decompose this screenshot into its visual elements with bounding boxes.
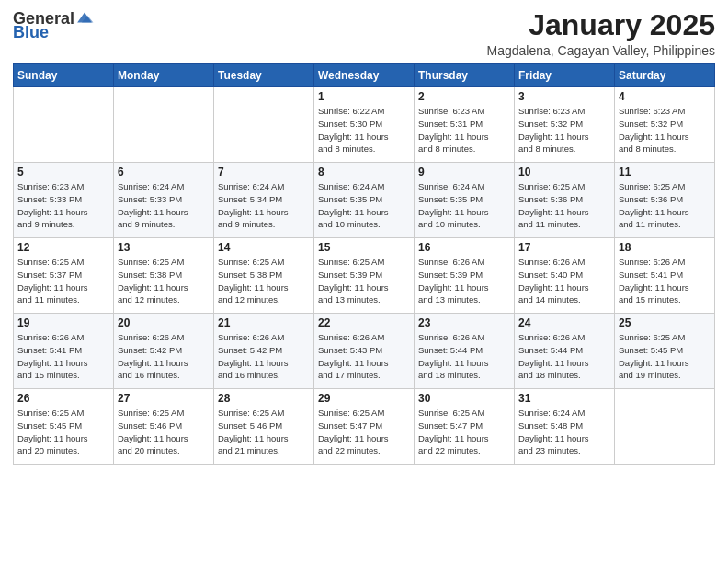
day-info: Sunrise: 6:25 AM Sunset: 5:47 PM Dayligh…	[318, 407, 410, 457]
day-number: 30	[418, 392, 510, 405]
calendar-cell: 10Sunrise: 6:25 AM Sunset: 5:36 PM Dayli…	[515, 163, 615, 238]
header: General Blue January 2025 Magdalena, Cag…	[13, 9, 715, 58]
day-info: Sunrise: 6:24 AM Sunset: 5:34 PM Dayligh…	[218, 180, 310, 231]
day-info: Sunrise: 6:26 AM Sunset: 5:40 PM Dayligh…	[518, 256, 610, 306]
page-container: General Blue January 2025 Magdalena, Cag…	[0, 0, 728, 472]
day-info: Sunrise: 6:25 AM Sunset: 5:45 PM Dayligh…	[17, 407, 109, 457]
weekday-header-row: SundayMondayTuesdayWednesdayThursdayFrid…	[14, 64, 715, 87]
calendar-cell: 16Sunrise: 6:26 AM Sunset: 5:39 PM Dayli…	[415, 238, 515, 314]
calendar-cell: 2Sunrise: 6:23 AM Sunset: 5:31 PM Daylig…	[415, 87, 515, 163]
week-row-1: 1Sunrise: 6:22 AM Sunset: 5:30 PM Daylig…	[14, 87, 715, 163]
day-number: 10	[518, 166, 610, 178]
calendar-cell	[14, 87, 114, 163]
day-info: Sunrise: 6:24 AM Sunset: 5:48 PM Dayligh…	[518, 407, 610, 457]
day-number: 12	[17, 241, 109, 254]
day-info: Sunrise: 6:26 AM Sunset: 5:42 PM Dayligh…	[218, 331, 310, 382]
day-number: 25	[619, 316, 711, 329]
calendar-cell: 6Sunrise: 6:24 AM Sunset: 5:33 PM Daylig…	[114, 163, 214, 238]
calendar-cell: 8Sunrise: 6:24 AM Sunset: 5:35 PM Daylig…	[314, 163, 415, 238]
calendar-cell: 29Sunrise: 6:25 AM Sunset: 5:47 PM Dayli…	[314, 389, 415, 465]
calendar-cell: 25Sunrise: 6:25 AM Sunset: 5:45 PM Dayli…	[615, 314, 715, 389]
day-info: Sunrise: 6:23 AM Sunset: 5:33 PM Dayligh…	[17, 180, 109, 231]
day-number: 20	[118, 316, 210, 329]
calendar-cell: 1Sunrise: 6:22 AM Sunset: 5:30 PM Daylig…	[314, 87, 415, 163]
day-info: Sunrise: 6:24 AM Sunset: 5:35 PM Dayligh…	[318, 180, 410, 231]
logo: General Blue	[13, 9, 95, 40]
calendar-cell: 15Sunrise: 6:25 AM Sunset: 5:39 PM Dayli…	[314, 238, 415, 314]
day-info: Sunrise: 6:26 AM Sunset: 5:39 PM Dayligh…	[418, 256, 510, 306]
title-block: January 2025 Magdalena, Cagayan Valley, …	[486, 9, 715, 58]
day-info: Sunrise: 6:25 AM Sunset: 5:46 PM Dayligh…	[118, 407, 210, 457]
calendar-cell: 20Sunrise: 6:26 AM Sunset: 5:42 PM Dayli…	[114, 314, 214, 389]
day-info: Sunrise: 6:25 AM Sunset: 5:46 PM Dayligh…	[218, 407, 310, 457]
calendar-cell: 5Sunrise: 6:23 AM Sunset: 5:33 PM Daylig…	[14, 163, 114, 238]
day-info: Sunrise: 6:26 AM Sunset: 5:41 PM Dayligh…	[17, 331, 109, 382]
day-number: 3	[518, 90, 610, 103]
day-number: 22	[318, 316, 410, 329]
calendar-cell: 17Sunrise: 6:26 AM Sunset: 5:40 PM Dayli…	[515, 238, 615, 314]
calendar-cell: 21Sunrise: 6:26 AM Sunset: 5:42 PM Dayli…	[214, 314, 314, 389]
day-number: 21	[218, 316, 310, 329]
day-number: 7	[218, 166, 310, 178]
week-row-3: 12Sunrise: 6:25 AM Sunset: 5:37 PM Dayli…	[14, 238, 715, 314]
day-number: 26	[17, 392, 109, 405]
calendar-table: SundayMondayTuesdayWednesdayThursdayFrid…	[13, 63, 715, 465]
calendar-cell: 4Sunrise: 6:23 AM Sunset: 5:32 PM Daylig…	[615, 87, 715, 163]
day-number: 17	[518, 241, 610, 254]
calendar-cell: 18Sunrise: 6:26 AM Sunset: 5:41 PM Dayli…	[615, 238, 715, 314]
calendar-cell: 9Sunrise: 6:24 AM Sunset: 5:35 PM Daylig…	[415, 163, 515, 238]
day-number: 16	[418, 241, 510, 254]
calendar-cell: 28Sunrise: 6:25 AM Sunset: 5:46 PM Dayli…	[214, 389, 314, 465]
day-number: 31	[518, 392, 610, 405]
subtitle: Magdalena, Cagayan Valley, Philippines	[486, 43, 715, 58]
day-number: 4	[619, 90, 711, 103]
day-number: 28	[218, 392, 310, 405]
day-number: 9	[418, 166, 510, 178]
day-info: Sunrise: 6:25 AM Sunset: 5:47 PM Dayligh…	[418, 407, 510, 457]
day-info: Sunrise: 6:23 AM Sunset: 5:32 PM Dayligh…	[518, 105, 610, 155]
calendar-cell: 19Sunrise: 6:26 AM Sunset: 5:41 PM Dayli…	[14, 314, 114, 389]
day-info: Sunrise: 6:25 AM Sunset: 5:36 PM Dayligh…	[619, 180, 711, 231]
week-row-5: 26Sunrise: 6:25 AM Sunset: 5:45 PM Dayli…	[14, 389, 715, 465]
weekday-header-tuesday: Tuesday	[214, 64, 314, 87]
day-number: 15	[318, 241, 410, 254]
day-info: Sunrise: 6:25 AM Sunset: 5:38 PM Dayligh…	[218, 256, 310, 306]
calendar-cell: 27Sunrise: 6:25 AM Sunset: 5:46 PM Dayli…	[114, 389, 214, 465]
calendar-cell: 14Sunrise: 6:25 AM Sunset: 5:38 PM Dayli…	[214, 238, 314, 314]
calendar-cell: 26Sunrise: 6:25 AM Sunset: 5:45 PM Dayli…	[14, 389, 114, 465]
day-number: 2	[418, 90, 510, 103]
day-info: Sunrise: 6:24 AM Sunset: 5:35 PM Dayligh…	[418, 180, 510, 231]
calendar-cell: 13Sunrise: 6:25 AM Sunset: 5:38 PM Dayli…	[114, 238, 214, 314]
day-info: Sunrise: 6:25 AM Sunset: 5:38 PM Dayligh…	[118, 256, 210, 306]
day-number: 23	[418, 316, 510, 329]
calendar-cell: 31Sunrise: 6:24 AM Sunset: 5:48 PM Dayli…	[515, 389, 615, 465]
weekday-header-sunday: Sunday	[14, 64, 114, 87]
calendar-cell: 11Sunrise: 6:25 AM Sunset: 5:36 PM Dayli…	[615, 163, 715, 238]
day-info: Sunrise: 6:25 AM Sunset: 5:45 PM Dayligh…	[619, 331, 711, 382]
week-row-4: 19Sunrise: 6:26 AM Sunset: 5:41 PM Dayli…	[14, 314, 715, 389]
day-info: Sunrise: 6:24 AM Sunset: 5:33 PM Dayligh…	[118, 180, 210, 231]
calendar-cell	[214, 87, 314, 163]
day-number: 29	[318, 392, 410, 405]
day-info: Sunrise: 6:26 AM Sunset: 5:42 PM Dayligh…	[118, 331, 210, 382]
day-number: 8	[318, 166, 410, 178]
calendar-cell: 23Sunrise: 6:26 AM Sunset: 5:44 PM Dayli…	[415, 314, 515, 389]
day-info: Sunrise: 6:26 AM Sunset: 5:44 PM Dayligh…	[518, 331, 610, 382]
day-number: 11	[619, 166, 711, 178]
calendar-cell	[615, 389, 715, 465]
day-info: Sunrise: 6:25 AM Sunset: 5:39 PM Dayligh…	[318, 256, 410, 306]
weekday-header-thursday: Thursday	[415, 64, 515, 87]
weekday-header-wednesday: Wednesday	[314, 64, 415, 87]
logo-blue-text: Blue	[13, 24, 49, 40]
day-number: 1	[318, 90, 410, 103]
day-number: 5	[17, 166, 109, 178]
day-info: Sunrise: 6:22 AM Sunset: 5:30 PM Dayligh…	[318, 105, 410, 155]
weekday-header-monday: Monday	[114, 64, 214, 87]
day-info: Sunrise: 6:25 AM Sunset: 5:37 PM Dayligh…	[17, 256, 109, 306]
day-info: Sunrise: 6:23 AM Sunset: 5:31 PM Dayligh…	[418, 105, 510, 155]
month-title: January 2025	[486, 9, 715, 41]
logo-icon	[74, 7, 95, 28]
day-info: Sunrise: 6:25 AM Sunset: 5:36 PM Dayligh…	[518, 180, 610, 231]
day-number: 14	[218, 241, 310, 254]
weekday-header-saturday: Saturday	[615, 64, 715, 87]
